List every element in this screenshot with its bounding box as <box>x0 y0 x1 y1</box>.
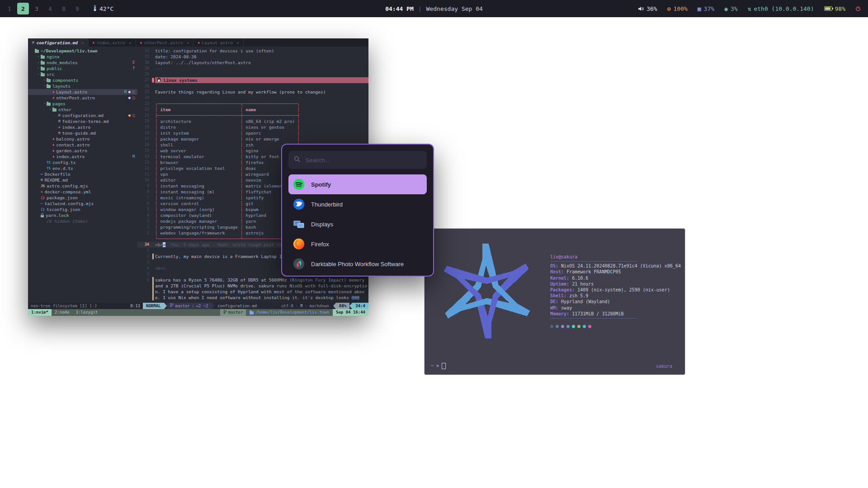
fetch-line: Uptime: 21 hours <box>550 281 681 287</box>
line-number: 26 <box>137 83 151 89</box>
tree-item[interactable]: ▾src <box>28 71 137 77</box>
workspace-1[interactable]: 1 <box>4 3 15 14</box>
tab-close-icon[interactable]: × <box>236 40 239 46</box>
buffer-line[interactable]: 32title: configuration for devices i use… <box>137 48 368 54</box>
clock-module[interactable]: 04:44 PM | Wednesday Sep 04 <box>385 5 483 12</box>
tab-configuration.md[interactable]: Mconfiguration.md× <box>28 38 89 47</box>
workspace-3[interactable]: 3 <box>31 3 42 14</box>
launcher-item-label: Spotify <box>311 181 331 188</box>
tree-item[interactable]: ▾other <box>28 107 137 113</box>
tab-Layout.astro[interactable]: ▲Layout.astro× <box>193 38 244 47</box>
table-row[interactable]: 17│ package manager │ nix or emerge │ <box>137 136 368 142</box>
buffer-line[interactable]: 28 <box>137 71 368 77</box>
tree-item[interactable]: ▾layouts <box>28 83 137 89</box>
heading-line[interactable]: 27Linux systems <box>137 77 368 83</box>
tmux-session-3:lazygit[interactable]: 3:lazygit <box>72 309 101 316</box>
tree-item[interactable]: TSenv.d.ts <box>28 165 137 171</box>
tree-item[interactable]: (6 hidden items) <box>28 218 137 224</box>
shell-prompt[interactable]: ~ > <box>431 363 446 369</box>
table-row[interactable]: 18│ init system │ openrc │ <box>137 130 368 136</box>
launcher-item-displays[interactable]: Displays <box>288 214 427 234</box>
volume-module[interactable]: 36% <box>638 5 657 12</box>
tree-item-label: layouts <box>52 83 71 89</box>
table-border[interactable]: 21├────────────────────────────────┼────… <box>137 113 368 118</box>
tmux-session-2:node[interactable]: 2:node <box>52 309 73 316</box>
tree-item[interactable]: yarn.lock <box>28 212 137 218</box>
tab-label: index.astro <box>97 40 125 46</box>
tree-item[interactable]: JSastro.config.mjs <box>28 183 137 189</box>
tree-item[interactable]: ▸public? <box>28 66 137 71</box>
table-header-row[interactable]: 22│ item │ name │ <box>137 107 368 113</box>
tab-index.astro[interactable]: ▲index.astro× <box>89 38 136 47</box>
tree-item[interactable]: ≈docker-compose.yml <box>28 189 137 195</box>
paragraph-line[interactable]: 6sakura has a Ryzen 5 7640U, 32GB of DDR… <box>137 277 368 300</box>
tree-item-label: garden.astro <box>56 148 87 154</box>
terminal-color-dot <box>556 325 559 328</box>
tab-close-icon[interactable]: × <box>187 40 189 46</box>
tree-item-label: tailwind.config.mjs <box>45 201 94 206</box>
statusline-neotree: neo-tree filesystem [1] [-] <box>31 303 97 309</box>
git-marker: ● <box>128 89 131 95</box>
tree-item[interactable]: Mtone-guide.md <box>28 130 137 136</box>
sign-column <box>151 66 155 71</box>
buffer-line[interactable]: 26 <box>137 83 368 89</box>
tree-item[interactable]: ▾pages <box>28 101 137 107</box>
table-row[interactable]: 19│ distro │ nixos or gentoo │ <box>137 124 368 130</box>
tree-item[interactable]: ▲index.astro <box>28 124 137 130</box>
search-input[interactable] <box>304 156 421 164</box>
tree-item[interactable]: ▸node_modulesE <box>28 60 137 66</box>
launcher-item-darktable[interactable]: Darktable Photo Workflow Software <box>288 254 427 274</box>
launcher-item-firefox[interactable]: Firefox <box>288 234 427 254</box>
tree-item[interactable]: ▲contact.astro <box>28 142 137 148</box>
brightness-module[interactable]: ⚙100% <box>667 5 688 12</box>
astro-icon: ▲ <box>52 142 54 148</box>
tree-item[interactable]: ▲index.astroH <box>28 154 137 160</box>
tree-item[interactable]: ≈Dockerfile <box>28 171 137 177</box>
tree-item[interactable]: ▲otherPost.astro●□ <box>28 95 137 101</box>
buffer-line[interactable]: 29--- <box>137 66 368 71</box>
table-border[interactable]: 23╭────────────────────────────────┬────… <box>137 101 368 107</box>
buffer-line[interactable]: 25Favorite things regarding Linux and my… <box>137 89 368 95</box>
tree-item[interactable]: ▸nginx <box>28 54 137 60</box>
tree-item[interactable]: ▲Layout.astroH●□ <box>28 89 137 95</box>
table-row[interactable]: 20│ architecture │ x86_64 (rip m2 pro) │ <box>137 118 368 124</box>
tree-item[interactable]: ~/Development/liv.town <box>28 48 137 54</box>
sign-column <box>151 148 155 154</box>
tree-item[interactable]: Mconfiguration.md●□ <box>28 113 137 118</box>
temperature-module[interactable]: 42°C <box>93 5 113 13</box>
power-module[interactable] <box>855 6 861 11</box>
file-type: markdown <box>310 303 329 309</box>
tree-item[interactable]: ▲garden.astro <box>28 148 137 154</box>
tree-item[interactable]: {}tsconfig.json <box>28 206 137 212</box>
tree-item[interactable]: ▲balcony.astro <box>28 136 137 142</box>
buffer-line[interactable]: 31date: 2024-08-30 <box>137 54 368 60</box>
workspace-9[interactable]: 9 <box>71 3 83 14</box>
workspace-2[interactable]: 2 <box>17 3 29 14</box>
tree-item[interactable]: Mfediverse-terms.md <box>28 118 137 124</box>
network-module[interactable]: ⇅eth0 (10.0.0.140) <box>748 5 814 12</box>
tree-item[interactable]: TSconfig.ts <box>28 160 137 165</box>
buffer-line[interactable]: 30layout: ../../layouts/otherPost.astro <box>137 60 368 66</box>
tmux-session-1:nvim*[interactable]: 1:nvim* <box>28 309 52 316</box>
tab-close-icon[interactable]: × <box>81 40 84 46</box>
tree-item[interactable]: {}package.json <box>28 195 137 201</box>
tab-close-icon[interactable]: × <box>129 40 132 46</box>
workspace-4[interactable]: 4 <box>44 3 56 14</box>
markdown-icon: M <box>58 118 61 124</box>
workspace-8[interactable]: 8 <box>58 3 70 14</box>
battery-module[interactable]: 98% <box>824 5 845 12</box>
memory-module[interactable]: ▦37% <box>698 5 714 12</box>
tab-otherPost.astro[interactable]: ▲otherPost.astro× <box>136 38 194 47</box>
buffer-line[interactable]: 24 <box>137 95 368 101</box>
cpu-module[interactable]: ◉3% <box>724 5 737 12</box>
power-icon <box>855 6 861 11</box>
tree-item[interactable]: ▸components <box>28 77 137 83</box>
launcher-item-thunderbird[interactable]: Thunderbird <box>288 194 427 214</box>
fetch-terminal[interactable]: liv@sakura OS: NixOS 24.11.20240828.71e9… <box>424 228 685 375</box>
sign-column <box>151 165 155 171</box>
tree-item[interactable]: ~tailwind.config.mjs <box>28 201 137 206</box>
launcher-search[interactable] <box>288 151 427 169</box>
launcher-item-spotify[interactable]: Spotify <box>288 174 427 194</box>
tree-item[interactable]: MREADME.md <box>28 177 137 183</box>
sign-column <box>151 259 155 265</box>
